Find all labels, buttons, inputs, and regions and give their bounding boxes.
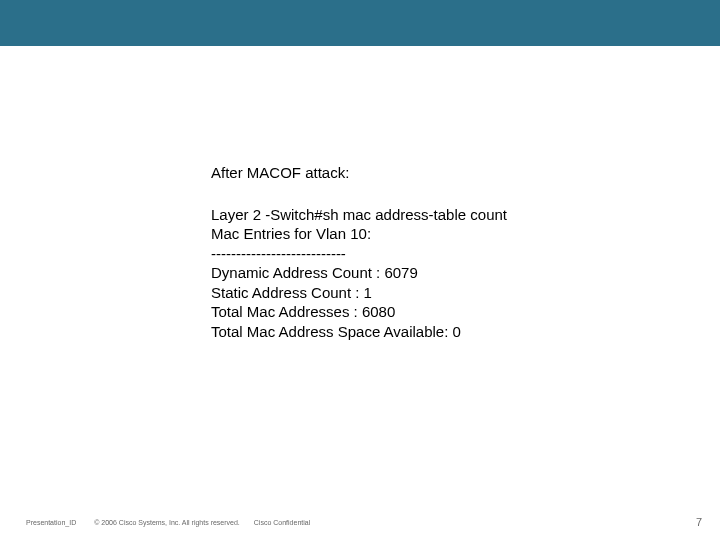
confidential-text: Cisco Confidential — [254, 519, 310, 526]
command-line: Layer 2 -Switch#sh mac address-table cou… — [211, 205, 671, 225]
divider-line: --------------------------- — [211, 244, 671, 264]
title-band — [0, 0, 720, 46]
intro-text: After MACOF attack: — [211, 163, 671, 183]
total-mac: Total Mac Addresses : 6080 — [211, 302, 671, 322]
slide: After MACOF attack: Layer 2 -Switch#sh m… — [0, 0, 720, 540]
footer: Presentation_ID © 2006 Cisco Systems, In… — [26, 519, 694, 526]
dynamic-count: Dynamic Address Count : 6079 — [211, 263, 671, 283]
static-count: Static Address Count : 1 — [211, 283, 671, 303]
presentation-id: Presentation_ID — [26, 519, 76, 526]
content-block: After MACOF attack: Layer 2 -Switch#sh m… — [211, 163, 671, 341]
page-number: 7 — [696, 516, 702, 528]
vlan-header: Mac Entries for Vlan 10: — [211, 224, 671, 244]
space-available: Total Mac Address Space Available: 0 — [211, 322, 671, 342]
copyright-text: © 2006 Cisco Systems, Inc. All rights re… — [94, 519, 240, 526]
